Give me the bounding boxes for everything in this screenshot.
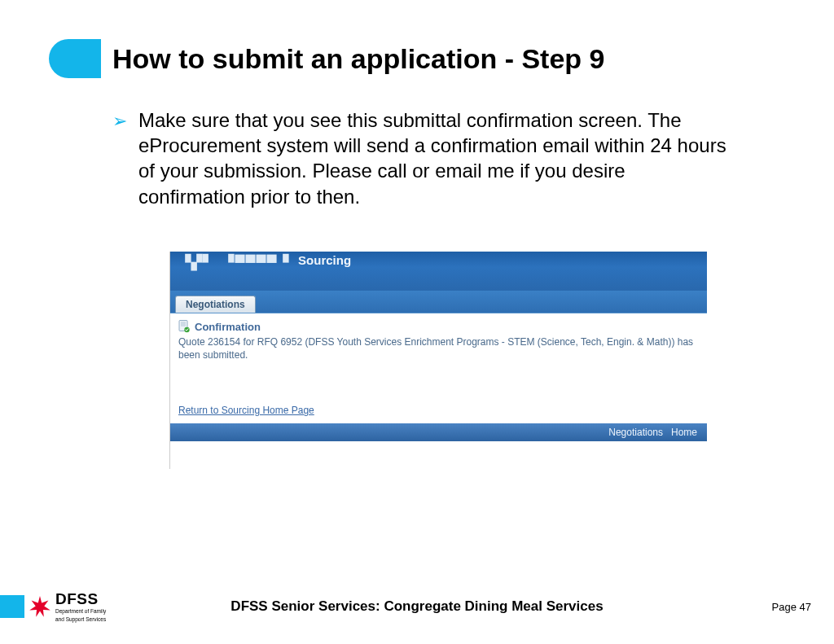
document-check-icon xyxy=(178,320,190,333)
bottom-nav-negotiations[interactable]: Negotiations xyxy=(608,427,663,438)
confirmation-heading: Confirmation xyxy=(195,321,261,333)
negotiations-tab[interactable]: Negotiations xyxy=(175,296,256,313)
screenshot-bottombar: Negotiations Home xyxy=(170,423,707,441)
bullet-block: ➢ Make sure that you see this submittal … xyxy=(112,107,731,209)
bullet-text: Make sure that you see this submittal co… xyxy=(138,107,731,209)
bottom-nav-home[interactable]: Home xyxy=(671,427,697,438)
title-accent-shape xyxy=(49,39,101,78)
page-number: Page 47 xyxy=(772,601,811,613)
negotiations-tab-label: Negotiations xyxy=(186,299,245,310)
screenshot-tabstrip: Negotiations xyxy=(170,291,707,313)
return-home-link[interactable]: Return to Sourcing Home Page xyxy=(178,405,314,416)
topbar-sourcing-label: Sourcing xyxy=(298,253,351,267)
arrow-bullet-icon: ➢ xyxy=(112,109,127,134)
logo-sub-line2: and Support Services xyxy=(55,616,106,622)
confirmation-message: Quote 236154 for RFQ 6952 (DFSS Youth Se… xyxy=(178,335,700,361)
slide-footer: DFSS Department of Family and Support Se… xyxy=(0,584,834,629)
confirmation-screenshot: ▝▞▘ ▝▀▀▀▀▝ Sourcing Negotiations Confirm… xyxy=(169,252,707,469)
screenshot-body: Confirmation Quote 236154 for RFQ 6952 (… xyxy=(170,313,707,423)
footer-center-title: DFSS Senior Services: Congregate Dining … xyxy=(0,598,834,615)
screenshot-topbar: ▝▞▘ ▝▀▀▀▀▝ Sourcing xyxy=(170,252,707,291)
screenshot-whitespace xyxy=(170,441,707,469)
topbar-obscured-text: ▝▞▘ ▝▀▀▀▀▝ xyxy=(180,254,298,271)
slide-title: How to submit an application - Step 9 xyxy=(112,43,604,75)
